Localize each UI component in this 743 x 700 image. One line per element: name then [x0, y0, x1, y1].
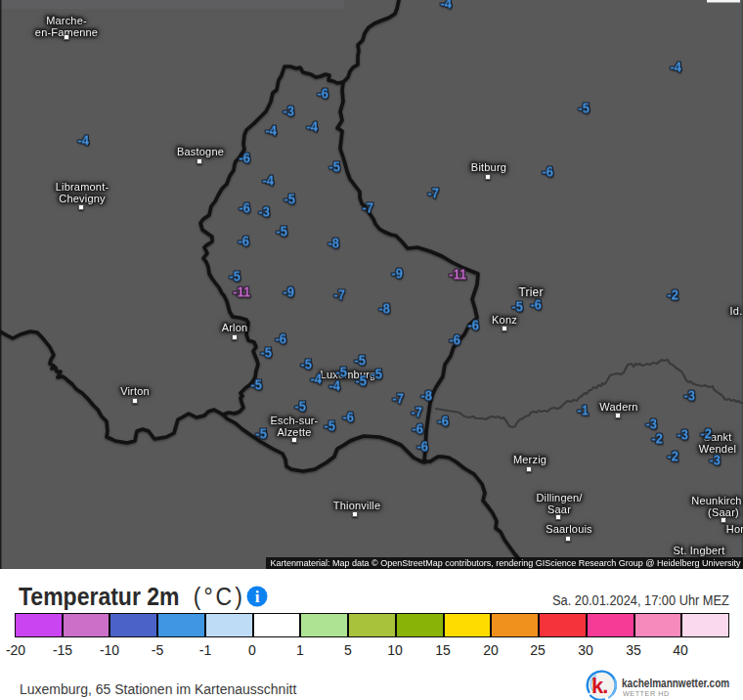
- svg-text:k.: k.: [591, 674, 607, 698]
- svg-text:i: i: [255, 588, 260, 606]
